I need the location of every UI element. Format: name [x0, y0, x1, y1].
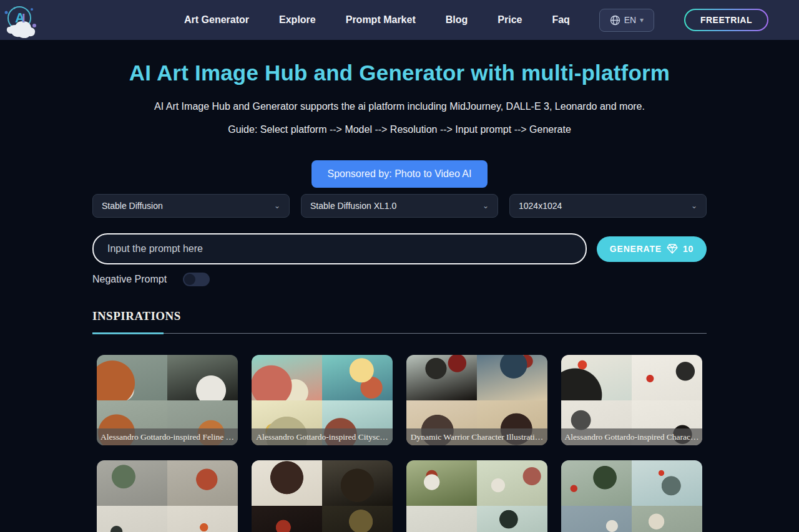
hero-subtitle: AI Art Image Hub and Generator supports … — [0, 101, 799, 112]
prompt-input[interactable] — [92, 233, 587, 264]
svg-text:I: I — [22, 11, 26, 25]
platform-select-value: Stable Diffusion — [102, 201, 163, 211]
nav-item-faq[interactable]: Faq — [552, 14, 569, 26]
language-code: EN — [624, 15, 636, 25]
top-nav: A I Art Generator Explore Prompt Market … — [0, 0, 799, 40]
active-tab-indicator — [92, 332, 164, 334]
model-select-value: Stable Diffusion XL1.0 — [310, 201, 396, 211]
inspirations-header: INSPIRATIONS — [92, 309, 707, 334]
chevron-down-icon: ▾ — [640, 16, 644, 24]
chevron-down-icon: ⌄ — [274, 201, 280, 210]
thumbnail-quadrant — [561, 460, 632, 506]
generate-button[interactable]: GENERATE 10 — [597, 236, 707, 262]
thumbnail-grid — [561, 460, 702, 532]
thumbnail-quadrant — [322, 460, 393, 506]
model-select[interactable]: Stable Diffusion XL1.0 ⌄ — [301, 194, 498, 218]
thumbnail-grid — [406, 460, 547, 532]
globe-icon — [610, 15, 620, 26]
generator-panel: Stable Diffusion ⌄ Stable Diffusion XL1.… — [92, 194, 707, 532]
inspiration-card[interactable]: Dynamic Warrior Character Illustrati… — [406, 355, 547, 445]
language-selector[interactable]: EN ▾ — [599, 9, 654, 32]
nav-item-blog[interactable]: Blog — [446, 14, 468, 26]
generate-label: GENERATE — [610, 244, 662, 254]
card-caption: Alessandro Gottardo-inspired Charac… — [561, 428, 702, 445]
thumbnail-quadrant — [477, 460, 547, 506]
thumbnail-quadrant — [322, 355, 393, 400]
thumbnail-grid — [97, 460, 238, 532]
chevron-down-icon: ⌄ — [691, 201, 697, 210]
negative-prompt-toggle[interactable] — [183, 273, 210, 286]
thumbnail-quadrant — [97, 506, 167, 532]
thumbnail-quadrant — [632, 506, 702, 532]
tab-rule — [92, 333, 707, 334]
chevron-down-icon: ⌄ — [483, 201, 489, 210]
thumbnail-quadrant — [561, 355, 632, 400]
thumbnail-quadrant — [97, 460, 167, 506]
select-row: Stable Diffusion ⌄ Stable Diffusion XL1.… — [92, 194, 707, 218]
thumbnail-quadrant — [167, 460, 238, 506]
thumbnail-quadrant — [322, 506, 393, 532]
negative-prompt-label: Negative Prompt — [92, 274, 167, 285]
inspiration-card[interactable]: Alessandro Gottardo-inspired Charac… — [561, 355, 702, 445]
freetrial-button[interactable]: FREETRIAL — [684, 9, 768, 31]
thumbnail-quadrant — [477, 355, 547, 400]
page-title: AI Art Image Hub and Generator with mult… — [0, 60, 799, 85]
thumbnail-quadrant — [632, 355, 702, 400]
nav-links: Art Generator Explore Prompt Market Blog… — [184, 14, 570, 26]
thumbnail-quadrant — [97, 355, 167, 400]
inspirations-grid: Alessandro Gottardo-inspired Feline …Ale… — [92, 355, 707, 532]
nav-item-price[interactable]: Price — [498, 14, 522, 26]
gem-icon — [667, 244, 678, 254]
nav-item-art-generator[interactable]: Art Generator — [184, 14, 249, 26]
thumbnail-quadrant — [167, 506, 238, 532]
tab-inspirations[interactable]: INSPIRATIONS — [92, 309, 181, 322]
toggle-knob — [184, 274, 195, 285]
thumbnail-quadrant — [406, 355, 477, 400]
sponsored-link[interactable]: Sponsored by: Photo to Video AI — [311, 160, 488, 188]
inspiration-card[interactable]: Alessandro Gottardo-inspired Feline … — [97, 355, 238, 445]
thumbnail-quadrant — [477, 506, 547, 532]
resolution-select[interactable]: 1024x1024 ⌄ — [509, 194, 707, 218]
thumbnail-quadrant — [561, 506, 632, 532]
thumbnail-quadrant — [406, 460, 477, 506]
inspiration-card[interactable] — [97, 460, 238, 532]
hero-section: AI Art Image Hub and Generator with mult… — [0, 60, 799, 188]
thumbnail-quadrant — [252, 355, 322, 400]
nav-item-prompt-market[interactable]: Prompt Market — [346, 14, 416, 26]
thumbnail-quadrant — [167, 355, 238, 400]
logo-icon: A I — [1, 2, 37, 38]
hero-guide: Guide: Select platform --> Model --> Res… — [0, 124, 799, 135]
inspiration-card[interactable] — [406, 460, 547, 532]
prompt-row: GENERATE 10 — [92, 233, 707, 264]
thumbnail-quadrant — [252, 460, 322, 506]
resolution-select-value: 1024x1024 — [519, 201, 562, 211]
card-caption: Dynamic Warrior Character Illustrati… — [406, 428, 547, 445]
generate-cost: 10 — [683, 244, 694, 254]
card-caption: Alessandro Gottardo-inspired Feline … — [97, 428, 238, 445]
freetrial-label: FREETRIAL — [685, 10, 767, 30]
thumbnail-quadrant — [252, 506, 322, 532]
thumbnail-quadrant — [632, 460, 702, 506]
thumbnail-grid — [252, 460, 393, 532]
card-caption: Alessandro Gottardo-inspired Citysc… — [252, 428, 393, 445]
inspiration-card[interactable] — [561, 460, 702, 532]
negative-prompt-row: Negative Prompt — [92, 273, 707, 286]
thumbnail-quadrant — [406, 506, 477, 532]
site-logo[interactable]: A I — [1, 2, 37, 38]
nav-item-explore[interactable]: Explore — [279, 14, 316, 26]
inspiration-card[interactable] — [252, 460, 393, 532]
platform-select[interactable]: Stable Diffusion ⌄ — [92, 194, 290, 218]
inspiration-card[interactable]: Alessandro Gottardo-inspired Citysc… — [252, 355, 393, 445]
